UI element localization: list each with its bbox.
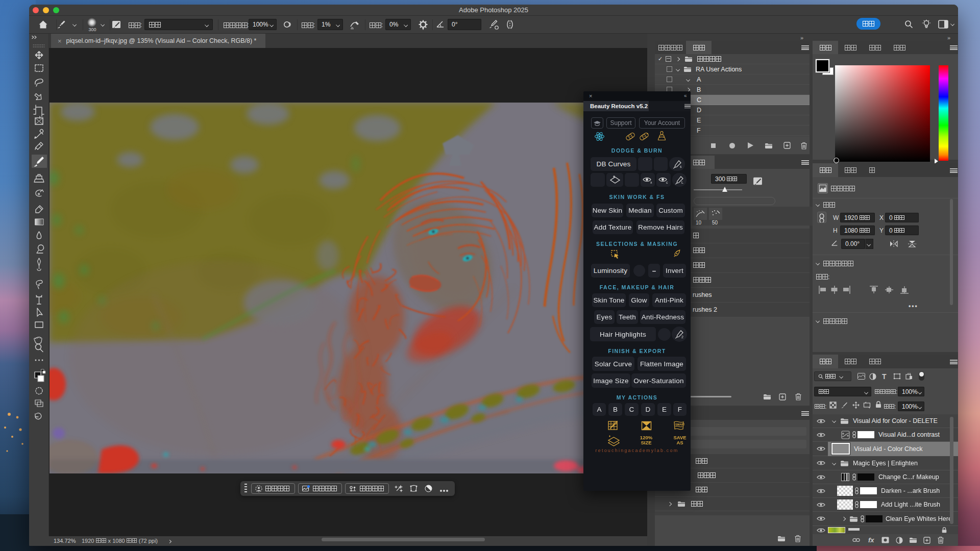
svg-text:L: L <box>681 181 683 184</box>
svg-text:c: c <box>666 181 668 184</box>
svg-text:SMART: SMART <box>675 423 684 426</box>
svg-text:x: x <box>650 181 652 184</box>
svg-text:s: s <box>680 165 682 168</box>
svg-text:2: 2 <box>681 335 683 339</box>
